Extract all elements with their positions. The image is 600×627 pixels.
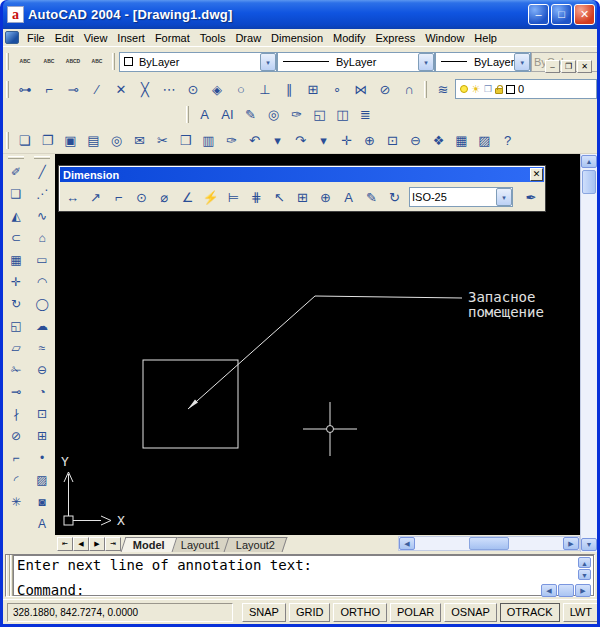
rotate-icon[interactable]: ↻ <box>5 293 27 315</box>
snap-tangent-icon[interactable]: ○ <box>229 78 253 100</box>
dimension-toolbar-titlebar[interactable]: Dimension ✕ <box>60 167 544 182</box>
center-mark-icon[interactable]: ⊕ <box>314 186 337 208</box>
snap-endpoint-icon[interactable]: ⊸ <box>61 78 85 100</box>
stretch-icon[interactable]: ▱ <box>5 337 27 359</box>
diameter-dimension-icon[interactable]: ⌀ <box>153 186 176 208</box>
scroll-right-icon[interactable]: ▶ <box>563 537 579 550</box>
snap-perpendicular-icon[interactable]: ⊥ <box>253 78 277 100</box>
status-snap-button[interactable]: SNAP <box>242 603 286 622</box>
explode-icon[interactable]: ✳ <box>5 491 27 513</box>
quick-dimension-icon[interactable]: ⚡ <box>199 186 222 208</box>
tool-palettes-icon[interactable]: ▨ <box>473 129 496 151</box>
plot-icon[interactable]: ▤ <box>82 129 105 151</box>
radius-dimension-icon[interactable]: ⊙ <box>130 186 153 208</box>
undo-icon[interactable]: ↶ <box>243 129 266 151</box>
dimension-edit-icon[interactable]: A <box>337 186 360 208</box>
scroll-down-icon[interactable]: ▼ <box>581 538 597 551</box>
command-window-grip[interactable] <box>6 555 13 596</box>
lineweight-control[interactable]: ByLayer ▾ <box>435 52 531 72</box>
scrollbar-thumb[interactable] <box>469 537 509 550</box>
dimension-text-edit-icon[interactable]: ✎ <box>360 186 383 208</box>
chevron-down-icon[interactable]: ▾ <box>260 53 276 71</box>
arc-text-icon[interactable]: ABC <box>85 52 109 72</box>
save-icon[interactable]: ▣ <box>59 129 82 151</box>
dim-style-control[interactable]: ISO-25 ▾ <box>409 187 513 207</box>
undo-dropdown-icon[interactable]: ▾ <box>266 129 289 151</box>
toolbar-grip[interactable] <box>6 132 9 149</box>
match-properties-icon[interactable]: ✑ <box>220 129 243 151</box>
single-line-text-icon[interactable]: AI <box>216 104 239 126</box>
explode-text-icon[interactable]: ABCD <box>61 52 85 72</box>
vertical-scrollbar[interactable]: ▲ ▼ <box>580 154 597 552</box>
break-at-point-icon[interactable]: ∤ <box>5 403 27 425</box>
toolbar-grip[interactable] <box>34 156 50 159</box>
tab-model[interactable]: Model <box>121 537 178 552</box>
zoom-realtime-icon[interactable]: ⊕ <box>358 129 381 151</box>
hatch-icon[interactable]: ▨ <box>31 469 53 491</box>
temporary-track-point-icon[interactable]: ⊶ <box>13 78 37 100</box>
scale-text-icon[interactable]: ◱ <box>308 104 331 126</box>
osnap-settings-icon[interactable]: ∩ <box>397 78 421 100</box>
snap-midpoint-icon[interactable]: ∕ <box>85 78 109 100</box>
command-line-scrollbar[interactable]: ◀ ▶ <box>541 584 593 597</box>
quick-leader-icon[interactable]: ↖ <box>268 186 291 208</box>
aligned-dimension-icon[interactable]: ↗ <box>84 186 107 208</box>
scroll-left-icon[interactable]: ◀ <box>399 537 415 550</box>
toolbar-grip[interactable] <box>6 81 9 98</box>
ordinate-dimension-icon[interactable]: ⌐ <box>107 186 130 208</box>
angular-dimension-icon[interactable]: ∠ <box>176 186 199 208</box>
find-replace-icon[interactable]: ◎ <box>262 104 285 126</box>
snap-intersection-icon[interactable]: ✕ <box>109 78 133 100</box>
snap-parallel-icon[interactable]: ∥ <box>277 78 301 100</box>
layer-control[interactable]: ☀ ❐ 0 <box>455 79 597 99</box>
linetype-control[interactable]: ByLayer ▾ <box>277 52 435 72</box>
status-otrack-button[interactable]: OTRACK <box>500 603 560 622</box>
coordinate-readout[interactable]: 328.1880, 842.7274, 0.0000 <box>7 603 233 622</box>
edit-text-icon[interactable]: ✎ <box>239 104 262 126</box>
menu-item[interactable]: Express <box>370 31 420 45</box>
fillet-icon[interactable]: ◜ <box>5 469 27 491</box>
menu-item[interactable]: Modify <box>328 31 370 45</box>
dimension-style-icon[interactable]: ✒ <box>519 186 543 208</box>
chevron-down-icon[interactable]: ▾ <box>418 53 434 71</box>
scroll-up-icon[interactable]: ▲ <box>581 155 597 168</box>
continue-dimension-icon[interactable]: ⋕ <box>245 186 268 208</box>
properties-palette-icon[interactable]: ❖ <box>427 129 450 151</box>
menu-item[interactable]: Dimension <box>266 31 328 45</box>
pan-realtime-icon[interactable]: ✛ <box>335 129 358 151</box>
mirror-icon[interactable]: ◭ <box>5 205 27 227</box>
paste-icon[interactable]: ▥ <box>197 129 220 151</box>
tab-layout1[interactable]: Layout1 <box>168 537 232 552</box>
command-history-scrollbar[interactable]: ▲ ▼ <box>577 556 593 581</box>
scrollbar-thumb[interactable] <box>582 170 596 194</box>
move-icon[interactable]: ✛ <box>5 271 27 293</box>
zoom-window-icon[interactable]: ⊡ <box>381 129 404 151</box>
polyline-icon[interactable]: ∿ <box>31 205 53 227</box>
menu-item[interactable]: File <box>22 31 50 45</box>
convert-text-icon[interactable]: ≣ <box>354 104 377 126</box>
zoom-previous-icon[interactable]: ⊖ <box>404 129 427 151</box>
tab-last-icon[interactable]: ⇥ <box>105 537 121 551</box>
remote-text-icon[interactable]: ABC <box>13 52 37 72</box>
maximize-button[interactable]: □ <box>551 4 572 25</box>
menu-item[interactable]: Help <box>469 31 502 45</box>
status-lwt-button[interactable]: LWT <box>563 603 597 622</box>
snap-none-icon[interactable]: ⊘ <box>373 78 397 100</box>
scale-icon[interactable]: ◱ <box>5 315 27 337</box>
help-icon[interactable]: ? <box>496 129 519 151</box>
snap-quadrant-icon[interactable]: ◈ <box>205 78 229 100</box>
command-history[interactable]: Enter next line of annotation text: ▲ ▼ <box>14 556 593 581</box>
scroll-down-icon[interactable]: ▼ <box>578 569 591 580</box>
toolbar-grip[interactable] <box>8 156 24 159</box>
status-osnap-button[interactable]: OSNAP <box>444 603 497 622</box>
array-icon[interactable]: ▦ <box>5 249 27 271</box>
minimize-button[interactable]: – <box>528 4 549 25</box>
close-button[interactable]: ✕ <box>574 4 595 25</box>
designcenter-icon[interactable]: ▦ <box>450 129 473 151</box>
chamfer-icon[interactable]: ⌐ <box>5 447 27 469</box>
plot-preview-icon[interactable]: ◎ <box>105 129 128 151</box>
cut-icon[interactable]: ✂ <box>151 129 174 151</box>
menu-item[interactable]: Edit <box>50 31 79 45</box>
publish-icon[interactable]: ✉ <box>128 129 151 151</box>
close-icon[interactable]: ✕ <box>530 168 543 181</box>
